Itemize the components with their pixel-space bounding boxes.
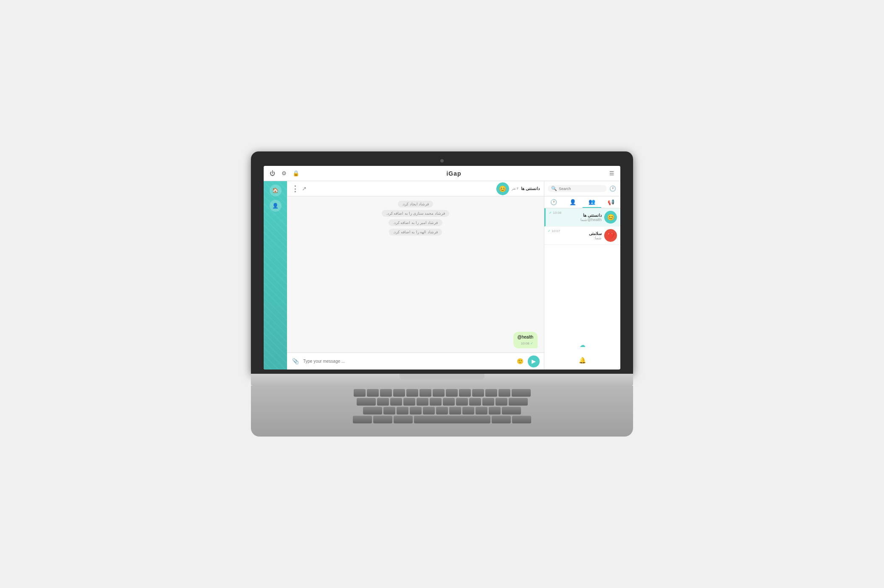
keyboard-row-2 (259, 398, 625, 406)
chat-list-item-1[interactable]: ✓ 10:08 دانستنی ها health@شما 😊 (544, 208, 620, 227)
member-count: ۴ نفر (512, 187, 518, 190)
key (430, 398, 442, 406)
more-options-icon[interactable]: ⋮ (291, 184, 299, 193)
chat-item-preview-2: شما: (563, 236, 602, 240)
key (383, 407, 395, 414)
key (380, 389, 392, 397)
key (472, 389, 484, 397)
key (393, 389, 405, 397)
tab-channels[interactable]: 📢 (601, 196, 620, 208)
app-title: iGap (446, 170, 461, 177)
key-backspace (512, 389, 531, 397)
chat-item-time-1: ✓ 10:08 (549, 211, 561, 215)
message-text: @health (518, 334, 533, 340)
attachment-icon[interactable]: 📎 (291, 357, 300, 366)
chat-avatar-1: 😊 (604, 211, 617, 224)
chat-item-info-2: سلامتی شما: (563, 231, 602, 240)
left-sidebar: 🏠 👤 (264, 181, 287, 370)
key (377, 398, 389, 406)
key (436, 407, 448, 414)
key-cmd-l (394, 416, 413, 423)
message-tick: ✓ (530, 342, 533, 345)
key (423, 407, 435, 414)
right-sidebar: 🔍 🕐 🕐 👤 👥 📢 (544, 181, 620, 370)
key (410, 407, 422, 414)
share-icon[interactable]: ↗ (302, 185, 307, 192)
chat-area: ⋮ ↗ دانستنی ها ۴ نفر 😊 فرشاد ایجاد ک (287, 181, 544, 370)
search-icon: 🔍 (551, 186, 557, 191)
key (390, 398, 402, 406)
key (498, 389, 510, 397)
key-space (414, 416, 490, 423)
chat-title-area: دانستنی ها ۴ نفر 😊 (496, 182, 540, 195)
key (406, 389, 418, 397)
system-msg-4: فرشاد الهه را به اضافه کرد. (389, 229, 442, 235)
camera (440, 159, 444, 162)
key (433, 389, 445, 397)
key (443, 398, 455, 406)
search-input[interactable] (559, 187, 603, 191)
keyboard-area (251, 386, 633, 437)
key (495, 398, 507, 406)
chat-list-item-2[interactable]: ✓ 10:07 سلامتی شما: ❤️ (544, 227, 620, 245)
system-msg-2: فرشاد محمد ستاری را به اضافه کرد. (382, 210, 449, 217)
top-bar-left: ⏻ ⚙ 🔒 (268, 169, 300, 178)
emoji-icon[interactable]: 🙂 (516, 357, 524, 366)
screen-bezel: ⏻ ⚙ 🔒 iGap ☰ 🏠 👤 (251, 151, 633, 374)
key (419, 389, 431, 397)
right-sidebar-clock-icon[interactable]: 🕐 (608, 185, 617, 193)
key-tab (357, 398, 376, 406)
chat-input-area: 📎 🙂 ▶ (287, 353, 544, 370)
system-msg-3: فرشاد امیر را به اضافه کرد. (389, 219, 442, 226)
settings-icon[interactable]: ⚙ (280, 169, 288, 178)
sidebar-icon-profile[interactable]: 👤 (270, 200, 282, 212)
key-ctrl (353, 416, 372, 423)
right-sidebar-header: 🔍 🕐 (544, 181, 620, 196)
chat-messages: فرشاد ایجاد کرد. فرشاد محمد ستاری را به … (287, 196, 544, 353)
tab-groups[interactable]: 👥 (583, 196, 602, 208)
key (403, 398, 415, 406)
tab-contacts[interactable]: 👤 (563, 196, 583, 208)
key-caps (363, 407, 382, 414)
chat-list: ✓ 10:08 دانستنی ها health@شما 😊 (544, 208, 620, 336)
hamburger-menu-icon[interactable]: ☰ (608, 169, 616, 178)
top-bar-right: ☰ (608, 169, 616, 178)
send-button[interactable]: ▶ (528, 356, 540, 367)
power-icon[interactable]: ⏻ (268, 169, 276, 178)
tick-icon-2: ✓ (548, 229, 551, 233)
key (459, 389, 471, 397)
key (446, 389, 458, 397)
key (397, 407, 408, 414)
key (417, 398, 428, 406)
key (449, 407, 461, 414)
key (489, 407, 501, 414)
chat-header-left: ⋮ ↗ (291, 184, 307, 193)
tab-recent[interactable]: 🕐 (544, 196, 563, 208)
tick-icon-1: ✓ (549, 211, 552, 215)
key-cmd-r (492, 416, 511, 423)
cloud-icon[interactable]: ☁ (577, 339, 588, 351)
key (469, 398, 481, 406)
key-shift-r (502, 407, 521, 414)
message-bubble-sent: @health 10:08 ✓ (513, 332, 538, 348)
laptop-base (251, 374, 633, 386)
sidebar-icon-home[interactable]: 🏠 (270, 185, 282, 196)
chat-item-name-2: سلامتی (563, 231, 602, 236)
system-msg-1: فرشاد ایجاد کرد. (398, 201, 434, 207)
message-input[interactable] (303, 359, 512, 364)
right-sidebar-bottom: ☁ 🔔 (544, 336, 620, 370)
right-sidebar-tabs: 🕐 👤 👥 📢 (544, 196, 620, 208)
notification-icon[interactable]: 🔔 (577, 354, 588, 366)
laptop-screen: ⏻ ⚙ 🔒 iGap ☰ 🏠 👤 (264, 166, 620, 370)
key (462, 407, 474, 414)
lock-icon[interactable]: 🔒 (292, 169, 300, 178)
message-time: 10:08 ✓ (518, 341, 533, 346)
key (367, 389, 379, 397)
main-layout: 🏠 👤 ⋮ ↗ دانستنی ها (264, 181, 620, 370)
chat-item-name-1: دانستنی ها (564, 213, 602, 218)
key (476, 407, 487, 414)
key (482, 398, 494, 406)
group-name: دانستنی ها (521, 186, 540, 191)
keyboard-row-3 (259, 407, 625, 414)
search-box: 🔍 (548, 185, 607, 192)
